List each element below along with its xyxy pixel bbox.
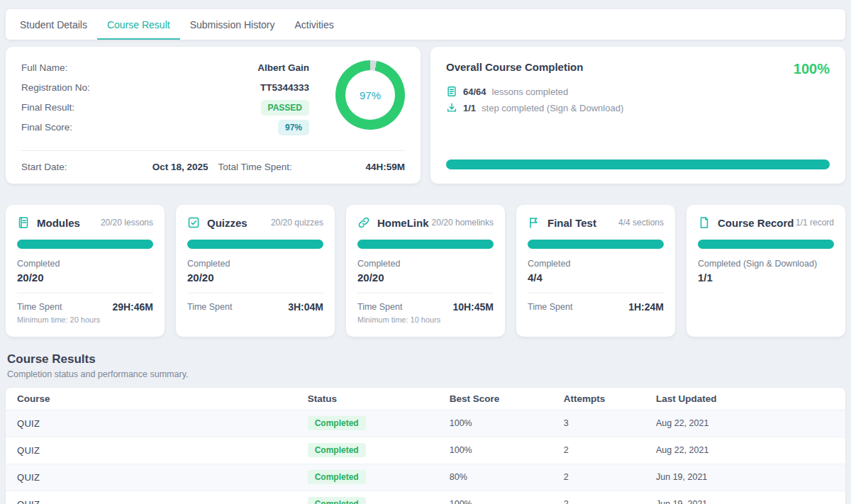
last-updated-cell: Aug 22, 2021 xyxy=(645,437,845,464)
final-test-card: Final Test 4/4 sections Completed 4/4 Ti… xyxy=(516,205,675,337)
column-course: Course xyxy=(6,388,296,410)
best-score-cell: 100% xyxy=(438,491,552,504)
file-icon xyxy=(698,216,711,229)
quizzes-card: Quizzes 20/20 quizzes Completed 20/20 Ti… xyxy=(176,205,335,337)
time-spent-label: Time Spent xyxy=(187,302,232,312)
card-title: Final Test xyxy=(547,217,596,229)
table-header-row: Course Status Best Score Attempts Last U… xyxy=(6,388,845,410)
best-score-cell: 80% xyxy=(438,464,552,491)
course-results-title: Course Results xyxy=(7,352,844,366)
last-updated-cell: Jun 19, 2021 xyxy=(645,491,845,504)
final-result-badge: PASSED xyxy=(261,100,309,116)
final-test-progress-bar xyxy=(528,240,664,249)
final-score-row: Final Score: 97% xyxy=(21,120,309,135)
full-name-row: Full Name: Albert Gain xyxy=(21,60,309,75)
table-row[interactable]: QUIZ Completed 100% 2 Jun 19, 2021 xyxy=(6,491,845,504)
table-row[interactable]: QUIZ Completed 100% 2 Aug 22, 2021 xyxy=(6,437,845,464)
homelink-card: HomeLink 20/20 homelinks Completed 20/20… xyxy=(346,205,505,337)
completed-value: 4/4 xyxy=(528,271,664,284)
tab-student-details[interactable]: Student Details xyxy=(10,9,97,40)
time-spent-label: Time Spent xyxy=(357,302,402,312)
divider xyxy=(357,293,494,293)
overall-completion-card: Overall Course Completion 100% 64/64 les… xyxy=(430,47,845,184)
status-badge: Completed xyxy=(308,416,366,430)
card-count: 20/20 quizzes xyxy=(271,218,323,228)
tab-submission-history[interactable]: Submission History xyxy=(180,9,285,40)
card-title: Quizzes xyxy=(207,217,247,229)
table-row[interactable]: QUIZ Completed 100% 3 Aug 22, 2021 xyxy=(6,410,845,437)
total-time-row: Total Time Spent: 44H:59M xyxy=(218,162,406,172)
registration-value: TT5344333 xyxy=(260,82,309,93)
card-title: Modules xyxy=(37,217,80,229)
total-time-label: Total Time Spent: xyxy=(218,162,292,172)
completed-value: 1/1 xyxy=(698,271,834,284)
divider xyxy=(528,293,664,293)
step-completed-value: 1/1 xyxy=(463,103,476,113)
table-row[interactable]: QUIZ Completed 80% 2 Jun 19, 2021 xyxy=(6,464,845,491)
tab-activities[interactable]: Activities xyxy=(284,9,343,40)
divider xyxy=(17,293,153,293)
column-status: Status xyxy=(296,388,438,410)
column-best-score: Best Score xyxy=(438,388,552,410)
attempts-cell: 2 xyxy=(552,437,645,464)
time-spent-value: 29H:46M xyxy=(112,301,153,313)
final-score-badge: 97% xyxy=(278,120,309,135)
modules-progress-bar xyxy=(17,240,153,249)
minimum-time-note: Minimum time: 10 hours xyxy=(357,315,494,324)
quizzes-progress-bar xyxy=(187,240,323,249)
final-result-label: Final Result: xyxy=(21,102,74,113)
attempts-cell: 2 xyxy=(552,464,645,491)
overall-percent: 100% xyxy=(794,61,830,77)
course-results-table: Course Status Best Score Attempts Last U… xyxy=(6,388,845,504)
minimum-time-note: Minimum time: 20 hours xyxy=(17,315,153,324)
attempts-cell: 3 xyxy=(552,410,645,437)
check-square-icon xyxy=(187,216,200,229)
modules-card: Modules 20/20 lessons Completed 20/20 Ti… xyxy=(6,205,165,337)
total-time-value: 44H:59M xyxy=(365,162,405,172)
course-cell: QUIZ xyxy=(6,437,296,464)
course-record-card: Course Record 1/1 record Completed (Sign… xyxy=(686,205,845,337)
score-donut-chart: 97% xyxy=(335,60,405,130)
final-result-row: Final Result: PASSED xyxy=(21,100,309,115)
divider xyxy=(187,293,323,293)
last-updated-cell: Aug 22, 2021 xyxy=(645,410,845,437)
card-count: 20/20 homelinks xyxy=(432,218,494,228)
course-results-subtitle: Completion status and performance summar… xyxy=(7,369,844,379)
completed-value: 20/20 xyxy=(187,271,323,284)
status-badge: Completed xyxy=(308,497,366,504)
attempts-cell: 2 xyxy=(552,491,645,504)
flag-icon xyxy=(528,216,540,229)
status-badge: Completed xyxy=(308,443,366,457)
time-spent-value: 3H:04M xyxy=(288,301,323,313)
card-title: Course Record xyxy=(718,217,794,229)
registration-label: Registration No: xyxy=(21,82,90,93)
lessons-completed-item: 64/64 lessons completed xyxy=(446,86,830,97)
registration-row: Registration No: TT5344333 xyxy=(21,80,309,95)
overall-title: Overall Course Completion xyxy=(446,61,583,73)
tab-bar: Student Details Course Result Submission… xyxy=(6,9,845,40)
best-score-cell: 100% xyxy=(438,437,552,464)
final-score-label: Final Score: xyxy=(21,122,72,133)
lessons-icon xyxy=(446,86,457,97)
start-date-value: Oct 18, 2025 xyxy=(152,162,208,172)
full-name-value: Albert Gain xyxy=(257,62,309,73)
completed-label: Completed xyxy=(528,259,664,269)
step-completed-text: step completed (Sign & Download) xyxy=(482,103,623,113)
completed-label: Completed (Sign & Download) xyxy=(698,259,834,269)
time-spent-label: Time Spent xyxy=(528,302,572,312)
student-profile-card: Full Name: Albert Gain Registration No: … xyxy=(6,47,421,184)
course-cell: QUIZ xyxy=(6,410,296,437)
course-cell: QUIZ xyxy=(6,491,296,504)
time-spent-value: 1H:24M xyxy=(628,301,664,313)
status-badge: Completed xyxy=(308,470,366,484)
last-updated-cell: Jun 19, 2021 xyxy=(645,464,845,491)
summary-row: Full Name: Albert Gain Registration No: … xyxy=(6,47,845,184)
lessons-completed-value: 64/64 xyxy=(463,86,486,97)
divider xyxy=(21,150,405,151)
course-cell: QUIZ xyxy=(6,464,296,491)
full-name-label: Full Name: xyxy=(21,62,67,73)
tab-course-result[interactable]: Course Result xyxy=(97,9,180,40)
overall-progress-bar xyxy=(446,159,830,169)
score-donut-label: 97% xyxy=(335,60,405,130)
download-icon xyxy=(446,102,457,113)
